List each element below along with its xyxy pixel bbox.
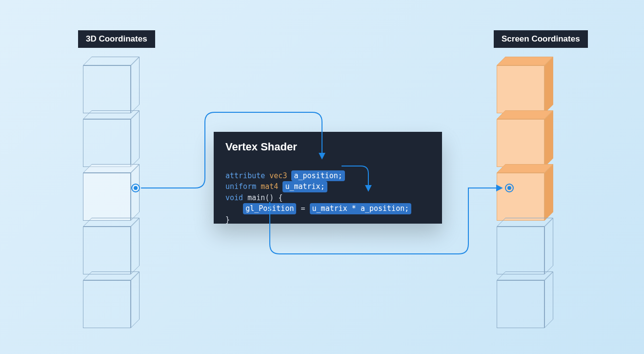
- cube-3d-1: [83, 57, 139, 113]
- cube-3d-2: [83, 110, 139, 167]
- panel-title: Vertex Shader: [225, 141, 430, 153]
- label-3d-coords: 3D Coordinates: [78, 30, 155, 48]
- cube-screen-1: [497, 57, 553, 113]
- vertex-dot-target-icon: [505, 184, 514, 192]
- cube-3d-4: [83, 218, 139, 274]
- code-var-a-position: a_position;: [291, 170, 344, 182]
- code-brace-open: {: [278, 193, 282, 202]
- label-screen-coords: Screen Coordinates: [494, 30, 588, 48]
- cube-3d-5: [83, 271, 139, 328]
- cube-screen-3-highlight: [497, 164, 553, 220]
- code-brace-close: }: [225, 215, 230, 224]
- cube-3d-3-highlight: [83, 164, 139, 220]
- cube-screen-2: [497, 110, 553, 167]
- code-type-vec3: vec3: [269, 171, 287, 180]
- code-kw-uniform: uniform: [225, 182, 256, 191]
- stack-3d-coords: [83, 57, 151, 325]
- cube-screen-5: [497, 271, 553, 328]
- shader-code: attribute vec3 a_position; uniform mat4 …: [225, 159, 430, 236]
- vertex-dot-source-icon: [131, 184, 140, 192]
- vertex-shader-panel: Vertex Shader attribute vec3 a_position;…: [214, 132, 442, 224]
- code-func-main: main(): [247, 193, 274, 202]
- code-kw-attribute: attribute: [225, 171, 265, 180]
- code-kw-void: void: [225, 193, 243, 202]
- code-expr: u_matrix * a_position;: [310, 203, 412, 214]
- code-var-u-matrix: u_matrix;: [282, 181, 327, 192]
- code-gl-position: gl_Position: [243, 203, 296, 214]
- code-eq: =: [296, 204, 309, 213]
- cube-screen-4: [497, 218, 553, 274]
- code-indent: [225, 204, 243, 213]
- code-type-mat4: mat4: [261, 182, 278, 191]
